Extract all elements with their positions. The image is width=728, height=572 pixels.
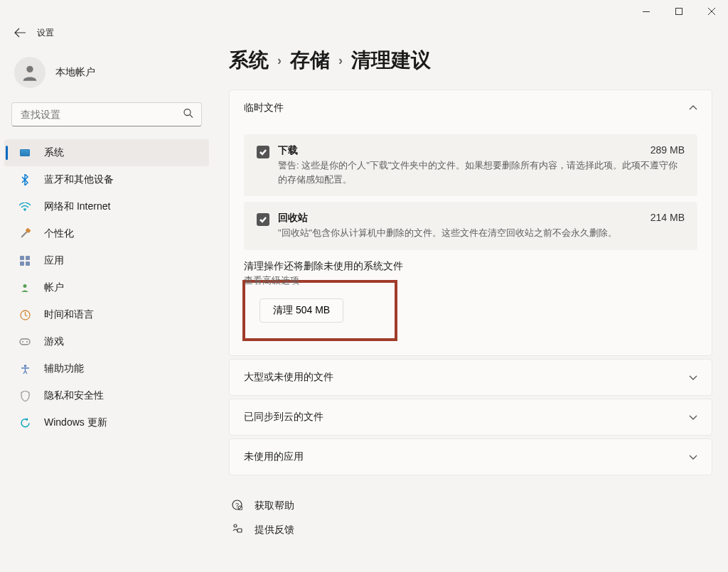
checkbox-recycle-bin[interactable] <box>257 213 269 226</box>
nav-label: 蓝牙和其他设备 <box>44 173 114 186</box>
svg-point-9 <box>22 341 23 342</box>
section-header-synced-cloud[interactable]: 已同步到云的文件 <box>230 399 712 435</box>
nav-time[interactable]: 时间和语言 <box>4 301 209 328</box>
breadcrumb: 系统 › 存储 › 清理建议 <box>229 47 712 74</box>
accessibility-icon <box>18 362 31 375</box>
item-title: 回收站 <box>278 212 308 225</box>
section-header-large-unused[interactable]: 大型或未使用的文件 <box>230 360 712 395</box>
checkbox-downloads[interactable] <box>257 146 269 158</box>
nav-label: 个性化 <box>44 227 74 240</box>
section-unused-apps: 未使用的应用 <box>229 438 712 475</box>
section-header-temp-files[interactable]: 临时文件 <box>230 90 712 126</box>
footer-label: 提供反馈 <box>255 524 294 536</box>
nav-label: 系统 <box>44 146 64 159</box>
update-icon <box>18 416 31 429</box>
network-icon <box>18 200 31 213</box>
svg-point-10 <box>26 341 28 342</box>
account-block[interactable]: 本地帐户 <box>4 50 209 101</box>
gaming-icon <box>18 335 31 348</box>
nav-apps[interactable]: 应用 <box>4 247 209 274</box>
item-description: "回收站"包含你从计算机中删除的文件。这些文件在清空回收站之前不会永久删除。 <box>278 226 685 240</box>
section-temp-files: 临时文件 下载 289 MB 警告: 这些是你的个人"下载"文件夹中的 <box>229 90 712 356</box>
chevron-right-icon: › <box>338 53 343 68</box>
nav-list: 系统 蓝牙和其他设备 网络和 Internet 个性化 应用 <box>4 136 209 439</box>
temp-item-downloads: 下载 289 MB 警告: 这些是你的个人"下载"文件夹中的文件。如果想要删除所… <box>244 134 697 196</box>
bluetooth-icon <box>18 173 31 186</box>
item-description: 警告: 这些是你的个人"下载"文件夹中的文件。如果想要删除所有内容，请选择此项。… <box>278 158 685 186</box>
nav-label: 网络和 Internet <box>44 200 110 213</box>
search-input[interactable] <box>11 102 202 126</box>
chevron-right-icon: › <box>277 53 282 68</box>
window-maximize-button[interactable] <box>663 0 695 23</box>
feedback-link[interactable]: 提供反馈 <box>229 518 712 542</box>
section-large-unused: 大型或未使用的文件 <box>229 359 712 396</box>
item-size: 214 MB <box>651 212 685 223</box>
accounts-icon <box>18 281 31 294</box>
nav-privacy[interactable]: 隐私和安全性 <box>4 382 209 409</box>
topbar: 设置 <box>0 23 728 43</box>
svg-point-5 <box>24 210 26 211</box>
avatar-icon <box>14 57 46 88</box>
nav-label: 帐户 <box>44 281 64 294</box>
footer-links: ? 获取帮助 提供反馈 <box>229 494 712 542</box>
account-name: 本地帐户 <box>55 66 95 79</box>
svg-rect-0 <box>643 11 650 12</box>
chevron-up-icon <box>689 103 697 113</box>
highlight-annotation: 清理 504 MB <box>242 280 397 341</box>
section-title: 临时文件 <box>244 102 284 114</box>
back-button[interactable] <box>6 23 34 43</box>
item-size: 289 MB <box>651 144 685 156</box>
nav-personalization[interactable]: 个性化 <box>4 220 209 247</box>
privacy-icon <box>18 389 31 402</box>
nav-gaming[interactable]: 游戏 <box>4 328 209 355</box>
clean-button[interactable]: 清理 504 MB <box>259 298 343 323</box>
nav-system[interactable]: 系统 <box>4 139 209 166</box>
breadcrumb-current: 清理建议 <box>351 47 431 74</box>
item-title: 下载 <box>278 144 298 157</box>
window-close-button[interactable] <box>695 0 728 23</box>
search-box <box>11 102 202 126</box>
time-icon <box>18 308 31 321</box>
help-icon: ? <box>230 500 243 512</box>
section-title: 已同步到云的文件 <box>244 411 323 423</box>
content-area: 系统 › 存储 › 清理建议 临时文件 下载 <box>213 43 728 572</box>
system-icon <box>18 146 31 159</box>
breadcrumb-storage[interactable]: 存储 <box>290 47 330 74</box>
chevron-down-icon <box>689 372 697 382</box>
sidebar: 本地帐户 系统 蓝牙和其他设备 网络和 In <box>0 43 213 572</box>
svg-point-15 <box>234 524 237 527</box>
nav-network[interactable]: 网络和 Internet <box>4 193 209 220</box>
nav-label: 应用 <box>44 254 64 267</box>
nav-update[interactable]: Windows 更新 <box>4 409 209 436</box>
cleanup-note: 清理操作还将删除未使用的系统文件 <box>244 260 697 273</box>
nav-label: 辅助功能 <box>44 362 84 375</box>
nav-bluetooth[interactable]: 蓝牙和其他设备 <box>4 166 209 193</box>
advanced-options-link[interactable]: 查看高级选项 <box>244 274 299 287</box>
nav-label: Windows 更新 <box>44 416 107 429</box>
svg-rect-1 <box>676 9 682 15</box>
nav-label: 隐私和安全性 <box>44 389 104 402</box>
nav-accessibility[interactable]: 辅助功能 <box>4 355 209 382</box>
breadcrumb-system[interactable]: 系统 <box>229 47 269 74</box>
personalization-icon <box>18 227 31 240</box>
section-synced-cloud: 已同步到云的文件 <box>229 399 712 436</box>
nav-label: 游戏 <box>44 335 64 348</box>
app-title: 设置 <box>37 27 54 39</box>
chevron-down-icon <box>689 412 697 422</box>
footer-label: 获取帮助 <box>255 500 294 512</box>
window-minimize-button[interactable] <box>630 0 663 23</box>
temp-item-recycle-bin: 回收站 214 MB "回收站"包含你从计算机中删除的文件。这些文件在清空回收站… <box>244 202 697 250</box>
svg-rect-16 <box>237 529 242 532</box>
window-titlebar <box>0 0 728 23</box>
nav-accounts[interactable]: 帐户 <box>4 274 209 301</box>
svg-point-11 <box>23 365 26 367</box>
chevron-down-icon <box>689 452 697 462</box>
svg-point-2 <box>26 66 33 72</box>
section-body: 下载 289 MB 警告: 这些是你的个人"下载"文件夹中的文件。如果想要删除所… <box>230 126 712 355</box>
get-help-link[interactable]: ? 获取帮助 <box>229 494 712 518</box>
nav-label: 时间和语言 <box>44 308 94 321</box>
feedback-icon <box>230 524 243 536</box>
section-header-unused-apps[interactable]: 未使用的应用 <box>230 439 712 475</box>
svg-point-6 <box>23 284 27 288</box>
section-title: 未使用的应用 <box>244 450 304 463</box>
